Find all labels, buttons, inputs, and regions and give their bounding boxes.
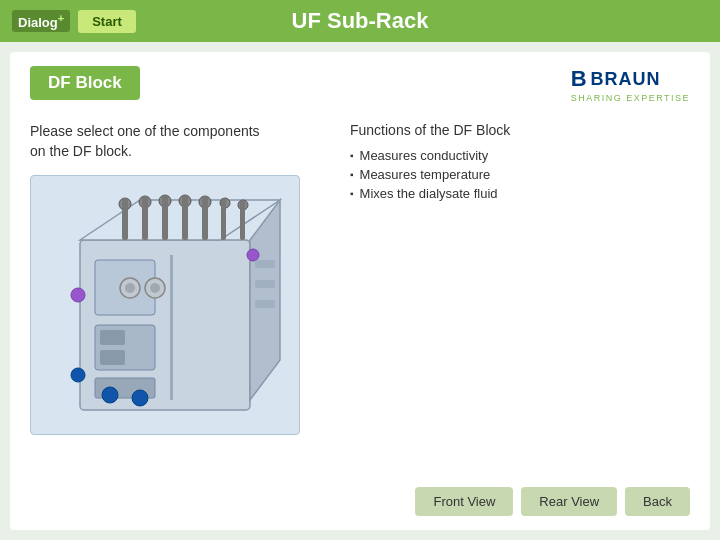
logo-b: B <box>571 66 587 92</box>
svg-rect-17 <box>182 195 188 240</box>
logo: B BRAUN SHARING EXPERTISE <box>571 66 690 103</box>
svg-point-21 <box>71 288 85 302</box>
svg-rect-16 <box>162 195 168 240</box>
rear-view-button[interactable]: Rear View <box>521 487 617 516</box>
svg-point-25 <box>125 283 135 293</box>
left-column: Please select one of the components on t… <box>30 122 320 435</box>
dialog-badge: Dialog+ <box>12 10 70 32</box>
svg-point-30 <box>102 387 118 403</box>
svg-rect-33 <box>255 280 275 288</box>
svg-point-31 <box>132 390 148 406</box>
function-item-1: Measures conductivity <box>350 146 670 165</box>
svg-point-23 <box>247 249 259 261</box>
start-button[interactable]: Start <box>78 10 136 33</box>
svg-rect-19 <box>221 198 226 240</box>
svg-rect-14 <box>122 198 128 240</box>
functions-list: Measures conductivity Measures temperatu… <box>350 146 670 203</box>
svg-rect-20 <box>240 200 245 240</box>
logo-braun-text: BRAUN <box>591 69 661 90</box>
header: Dialog+ Start UF Sub-Rack <box>0 0 720 42</box>
svg-rect-28 <box>100 330 125 345</box>
logo-sharing: SHARING EXPERTISE <box>571 93 690 103</box>
content-card: B BRAUN SHARING EXPERTISE DF Block Pleas… <box>10 52 710 530</box>
select-instructions: Please select one of the components on t… <box>30 122 320 161</box>
svg-rect-32 <box>255 260 275 268</box>
svg-rect-34 <box>255 300 275 308</box>
function-item-3: Mixes the dialysate fluid <box>350 184 670 203</box>
bottom-buttons: Front View Rear View Back <box>415 487 690 516</box>
svg-rect-29 <box>100 350 125 365</box>
page-title: UF Sub-Rack <box>292 8 429 34</box>
df-block-svg <box>40 180 290 430</box>
back-button[interactable]: Back <box>625 487 690 516</box>
right-column: Functions of the DF Block Measures condu… <box>350 122 670 203</box>
df-block-heading: DF Block <box>30 66 140 100</box>
svg-marker-1 <box>80 200 280 240</box>
function-item-2: Measures temperature <box>350 165 670 184</box>
front-view-button[interactable]: Front View <box>415 487 513 516</box>
svg-rect-15 <box>142 196 148 240</box>
functions-title: Functions of the DF Block <box>350 122 670 138</box>
svg-point-27 <box>150 283 160 293</box>
svg-rect-18 <box>202 196 208 240</box>
df-block-image <box>30 175 300 435</box>
svg-rect-6 <box>170 255 173 400</box>
svg-point-22 <box>71 368 85 382</box>
